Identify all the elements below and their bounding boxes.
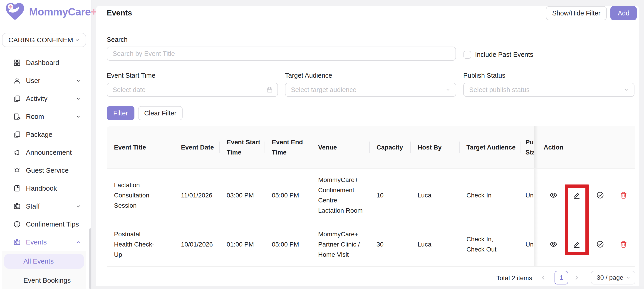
sidebar-item-guest-service[interactable]: Guest Service <box>0 161 91 179</box>
sidebar-item-dashboard[interactable]: Dashboard <box>0 54 91 72</box>
sidebar-item-label: Package <box>26 131 82 138</box>
sidebar-item-label: Events <box>26 238 70 246</box>
sidebar-scrollbar[interactable] <box>89 228 91 289</box>
header-divider <box>96 26 639 26</box>
col-venue: Venue <box>311 126 369 168</box>
org-selector-dropdown[interactable]: CARING CONFINEM... <box>2 33 86 47</box>
add-button[interactable]: Add <box>610 6 637 20</box>
date-placeholder: Select date <box>113 86 146 94</box>
publish-status-select[interactable]: Select publish status <box>463 83 634 97</box>
cell-actions <box>534 222 635 266</box>
package-icon <box>13 131 21 138</box>
cell-event-end-time: 05:00 PM <box>264 169 311 222</box>
sidebar-item-user[interactable]: User <box>0 72 91 90</box>
pagination-prev-icon[interactable] <box>539 273 547 282</box>
page-size-select[interactable]: 30 / page <box>591 271 635 284</box>
table-row: Lactation Consultation Session 11/01/202… <box>107 169 635 222</box>
sidebar-item-label: Announcement <box>26 149 82 156</box>
dashboard-icon <box>13 59 21 67</box>
calendar-icon <box>266 86 273 93</box>
brand-logo: MommyCare+ <box>4 2 97 22</box>
table-header-row: Event Title Event Date Event Start Time … <box>107 126 635 169</box>
col-event-date: Event Date <box>174 126 219 168</box>
target-audience-label: Target Audience <box>285 72 332 79</box>
show-hide-filter-button[interactable]: Show/Hide Filter <box>546 6 607 20</box>
sidebar-item-event-bookings[interactable]: Event Bookings <box>4 273 84 288</box>
handbook-icon <box>13 184 21 192</box>
guest-service-icon <box>13 167 21 174</box>
sidebar-item-label: Dashboard <box>26 59 82 67</box>
sidebar-item-events[interactable]: Events <box>0 233 91 251</box>
sidebar-item-handbook[interactable]: Handbook <box>0 179 91 197</box>
cell-event-date: 11/01/2026 <box>174 169 219 222</box>
events-icon <box>13 238 21 246</box>
cell-actions <box>534 169 635 222</box>
filter-button[interactable]: Filter <box>107 106 134 120</box>
publish-status-placeholder: Select publish status <box>469 86 530 94</box>
cell-event-end-time: 05:00 PM <box>264 222 311 266</box>
cell-host-by: Luca <box>410 169 459 222</box>
publish-check-icon[interactable] <box>596 191 604 199</box>
sidebar-item-all-events[interactable]: All Events <box>4 254 84 269</box>
sidebar-item-label: Handbook <box>26 184 82 192</box>
delete-icon[interactable] <box>620 240 628 248</box>
user-icon <box>13 77 21 85</box>
col-event-end-time: Event End Time <box>264 126 311 168</box>
cell-capacity: 30 <box>369 222 410 266</box>
sidebar-item-label: Confinement Tips <box>26 220 82 228</box>
search-input-wrap <box>107 47 456 61</box>
cell-event-title: Lactation Consultation Session <box>107 169 174 222</box>
chevron-down-icon <box>623 87 630 93</box>
delete-icon[interactable] <box>620 191 628 199</box>
chevron-down-icon <box>75 77 82 84</box>
sidebar-item-announcement[interactable]: Announcement <box>0 143 91 161</box>
heart-hands-logo-icon <box>4 2 26 22</box>
sidebar-item-activity[interactable]: Activity <box>0 90 91 107</box>
pagination-next-icon[interactable] <box>573 273 581 282</box>
col-event-title: Event Title <box>107 126 174 168</box>
horizontal-scroll-gutter[interactable] <box>92 286 644 289</box>
search-input[interactable] <box>107 47 456 60</box>
page-title: Events <box>107 9 132 17</box>
cell-venue: MommyCare+ Partner Clinic / Home Visit <box>311 222 369 266</box>
search-label: Search <box>107 36 128 43</box>
view-icon[interactable] <box>549 191 558 199</box>
event-start-time-label: Event Start Time <box>107 72 155 79</box>
chevron-down-icon <box>75 95 82 102</box>
cell-event-title: Postnatal Health Check-Up <box>107 222 174 266</box>
edit-icon[interactable] <box>573 191 581 199</box>
sidebar-item-package[interactable]: Package <box>0 125 91 143</box>
publish-check-icon[interactable] <box>596 240 604 248</box>
publish-status-label: Publish Status <box>463 72 505 79</box>
sidebar-item-room[interactable]: Room <box>0 107 91 125</box>
activity-icon <box>13 95 21 103</box>
edit-icon[interactable] <box>573 240 581 248</box>
sidebar-item-label: User <box>26 77 70 85</box>
page-scrollbar-track[interactable] <box>639 0 644 289</box>
chevron-down-icon <box>74 37 80 43</box>
pagination-page-1[interactable]: 1 <box>554 271 568 284</box>
sidebar-item-label: Event Bookings <box>24 276 70 284</box>
events-table: Event Title Event Date Event Start Time … <box>107 126 635 267</box>
chevron-up-icon <box>75 239 82 246</box>
chevron-down-icon <box>75 203 82 210</box>
col-host-by: Host By <box>410 126 459 168</box>
cell-event-date: 10/01/2026 <box>174 222 219 266</box>
col-event-start-time: Event Start Time <box>219 126 264 168</box>
sidebar-item-confinement-tips[interactable]: Confinement Tips <box>0 215 91 233</box>
clear-filter-button[interactable]: Clear Filter <box>138 106 182 120</box>
view-icon[interactable] <box>549 240 558 248</box>
cell-event-start-time: 01:00 PM <box>219 222 264 266</box>
sidebar-item-label: All Events <box>24 257 54 265</box>
chevron-down-icon <box>75 113 82 120</box>
info-icon <box>13 220 21 228</box>
col-capacity: Capacity <box>369 126 410 168</box>
pagination-total: Total 2 items <box>496 274 532 282</box>
sidebar-item-staff[interactable]: Staff <box>0 197 91 215</box>
date-picker[interactable]: Select date <box>107 83 278 97</box>
include-past-events-checkbox[interactable] <box>464 51 471 59</box>
col-target-audience: Target Audience <box>459 126 520 168</box>
room-icon <box>13 113 21 120</box>
target-audience-select[interactable]: Select target audience <box>285 83 456 97</box>
cell-target-audience: Check In, Check Out <box>459 222 520 266</box>
